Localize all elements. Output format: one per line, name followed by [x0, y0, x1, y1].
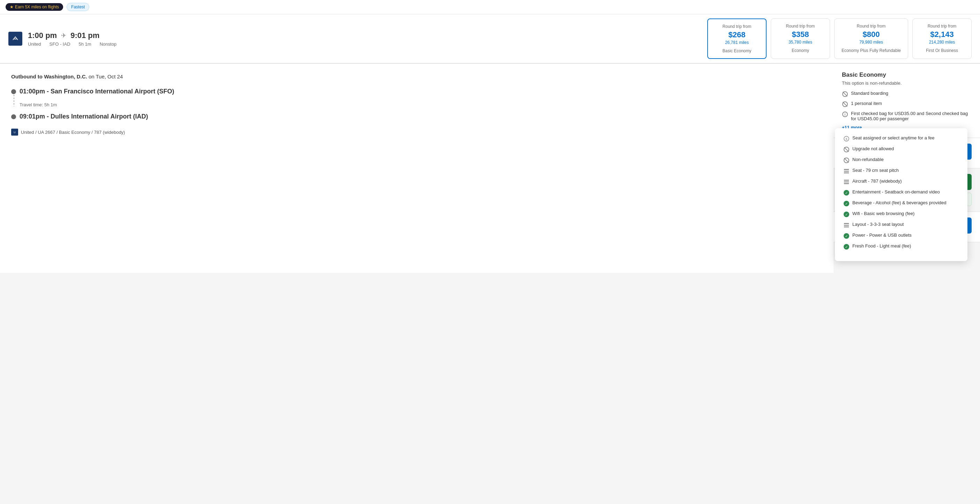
- popup-feature-seat-text: Seat assigned or select anytime for a fe…: [852, 135, 935, 141]
- price-card-2-label: Round trip from: [842, 24, 901, 29]
- popup-feature-layout-text: Layout - 3-3-3 seat layout: [852, 222, 904, 227]
- price-card-first-business[interactable]: Round trip from $2,143 214,280 miles Fir…: [912, 19, 972, 59]
- dollar-circle-icon: $: [843, 136, 850, 142]
- popup-feature-nonrefundable: Non-refundable: [843, 157, 959, 163]
- price-card-1-miles: 35,780 miles: [778, 40, 823, 44]
- arrive-dot: [11, 114, 16, 119]
- feature-personal-item: 1 personal item: [842, 101, 972, 107]
- price-card-1-label: Round trip from: [778, 24, 823, 29]
- popup-feature-wifi-text: Wifi - Basic web browsing (fee): [852, 211, 915, 216]
- price-card-basic-economy[interactable]: Round trip from $268 26,781 miles Basic …: [707, 19, 767, 59]
- basic-economy-title: Basic Economy: [842, 71, 972, 78]
- circle-slash-icon-2: [842, 101, 848, 107]
- lines-icon-1: [843, 168, 850, 174]
- popup-feature-seat: $ Seat assigned or select anytime for a …: [843, 135, 959, 142]
- outbound-destination: Outbound to Washington, D.C.: [11, 73, 87, 79]
- earn-badge: ★ Earn 5X miles on flights: [6, 3, 63, 11]
- check-green-icon-3: ✓: [843, 211, 850, 217]
- lines-icon-3: [843, 222, 850, 228]
- check-green-icon-2: ✓: [843, 200, 850, 207]
- price-card-3-price: $2,143: [920, 30, 964, 39]
- arrive-time: 9:01 pm: [70, 31, 99, 40]
- popup-feature-seat-pitch: Seat - 79 cm seat pitch: [843, 168, 959, 174]
- circle-slash-icon-upgrade: [843, 146, 850, 153]
- popup-feature-seat-pitch-text: Seat - 79 cm seat pitch: [852, 168, 899, 173]
- popup-feature-aircraft-text: Aircraft - 787 (widebody): [852, 179, 902, 184]
- outbound-date: on Tue, Oct 24: [89, 73, 123, 79]
- flight-route: SFO - IAD: [49, 41, 70, 47]
- top-bar: ★ Earn 5X miles on flights Fastest: [0, 0, 980, 14]
- info-icon-1: i: [842, 111, 848, 117]
- flight-duration: 5h 1m: [79, 41, 91, 47]
- features-popup: $ Seat assigned or select anytime for a …: [835, 128, 967, 261]
- lines-icon-2: [843, 179, 850, 185]
- circle-slash-icon-1: [842, 91, 848, 97]
- popup-feature-nonrefundable-text: Non-refundable: [852, 157, 884, 162]
- popup-feature-upgrade-text: Upgrade not allowed: [852, 146, 894, 151]
- travel-time-label: Travel time: 5h 1m: [19, 102, 822, 107]
- feature-checked-bag-text: First checked bag for USD35.00 and Secon…: [851, 111, 972, 121]
- depart-time: 1:00 pm: [28, 31, 57, 40]
- popup-feature-beverage-text: Beverage - Alcohol (fee) & beverages pro…: [852, 200, 947, 205]
- check-green-icon-1: ✓: [843, 190, 850, 196]
- price-card-economy[interactable]: Round trip from $358 35,780 miles Econom…: [771, 19, 830, 59]
- price-card-1-price: $358: [778, 30, 823, 39]
- popup-feature-aircraft: Aircraft - 787 (widebody): [843, 179, 959, 185]
- flight-arrow-icon: ✈: [61, 32, 66, 40]
- basic-economy-subtitle: This option is non-refundable.: [842, 81, 972, 86]
- fastest-badge-label: Fastest: [71, 5, 85, 10]
- popup-container: +11 more $ Seat assigned or select anyti…: [842, 125, 972, 130]
- flight-detail-text: United / UA 2667 / Basic Economy / 787 (…: [21, 130, 125, 135]
- depart-dot: [11, 89, 16, 94]
- price-card-2-type: Economy Plus Fully Refundable: [842, 48, 901, 53]
- flight-sub: United SFO - IAD 5h 1m Nonstop: [28, 41, 132, 47]
- feature-standard-boarding-text: Standard boarding: [851, 90, 888, 96]
- popup-feature-entertainment-text: Entertainment - Seatback on-demand video: [852, 189, 940, 195]
- popup-feature-entertainment: ✓ Entertainment - Seatback on-demand vid…: [843, 189, 959, 196]
- price-card-0-type: Basic Economy: [715, 48, 759, 53]
- svg-text:$: $: [845, 137, 847, 141]
- feature-personal-item-text: 1 personal item: [851, 101, 882, 106]
- fastest-badge: Fastest: [67, 3, 89, 11]
- price-card-3-type: First Or Business: [920, 48, 964, 53]
- flight-times: 1:00 pm ✈ 9:01 pm: [28, 31, 132, 40]
- depart-full-info: 01:00pm - San Francisco International Ai…: [19, 88, 822, 95]
- popup-feature-wifi: ✓ Wifi - Basic web browsing (fee): [843, 211, 959, 217]
- price-card-3-miles: 214,280 miles: [920, 40, 964, 44]
- price-card-3-label: Round trip from: [920, 24, 964, 29]
- price-card-0-price: $268: [715, 30, 759, 40]
- airline-logo: [8, 32, 22, 46]
- depart-timeline-item: 01:00pm - San Francisco International Ai…: [19, 88, 822, 95]
- popup-feature-upgrade: Upgrade not allowed: [843, 146, 959, 153]
- popup-feature-power: ✓ Power - Power & USB outlets: [843, 233, 959, 239]
- price-card-0-miles: 26,781 miles: [715, 40, 759, 45]
- popup-feature-food: ✓ Fresh Food - Light meal (fee): [843, 243, 959, 250]
- airline-name: United: [28, 41, 41, 47]
- feature-standard-boarding: Standard boarding: [842, 90, 972, 97]
- price-card-2-miles: 79,980 miles: [842, 40, 901, 44]
- left-panel: Outbound to Washington, D.C. on Tue, Oct…: [0, 64, 834, 273]
- popup-feature-food-text: Fresh Food - Light meal (fee): [852, 243, 911, 249]
- flight-info: 1:00 pm ✈ 9:01 pm United SFO - IAD 5h 1m…: [28, 31, 132, 47]
- check-green-icon-5: ✓: [843, 244, 850, 250]
- flight-timeline: 01:00pm - San Francisco International Ai…: [11, 88, 822, 120]
- price-card-1-type: Economy: [778, 48, 823, 53]
- flight-stops: Nonstop: [100, 41, 116, 47]
- arrive-timeline-item: 09:01pm - Dulles International Airport (…: [19, 113, 822, 120]
- main-content: Outbound to Washington, D.C. on Tue, Oct…: [0, 64, 980, 273]
- popup-feature-layout: Layout - 3-3-3 seat layout: [843, 222, 959, 228]
- check-green-icon-4: ✓: [843, 233, 850, 239]
- basic-economy-card: Basic Economy This option is non-refunda…: [834, 64, 980, 138]
- price-card-economy-plus[interactable]: Round trip from $800 79,980 miles Econom…: [834, 19, 908, 59]
- earn-badge-label: Earn 5X miles on flights: [15, 5, 59, 10]
- outbound-label: Outbound to Washington, D.C. on Tue, Oct…: [11, 73, 822, 79]
- united-small-icon: U: [11, 128, 18, 136]
- feature-checked-bag: i First checked bag for USD35.00 and Sec…: [842, 111, 972, 121]
- arrive-full-info: 09:01pm - Dulles International Airport (…: [19, 113, 822, 120]
- flight-row: 1:00 pm ✈ 9:01 pm United SFO - IAD 5h 1m…: [0, 14, 980, 64]
- circle-slash-icon-refund: [843, 157, 850, 163]
- popup-feature-power-text: Power - Power & USB outlets: [852, 233, 912, 238]
- price-card-2-price: $800: [842, 30, 901, 39]
- right-panel: Basic Economy This option is non-refunda…: [834, 64, 980, 273]
- popup-feature-beverage: ✓ Beverage - Alcohol (fee) & beverages p…: [843, 200, 959, 207]
